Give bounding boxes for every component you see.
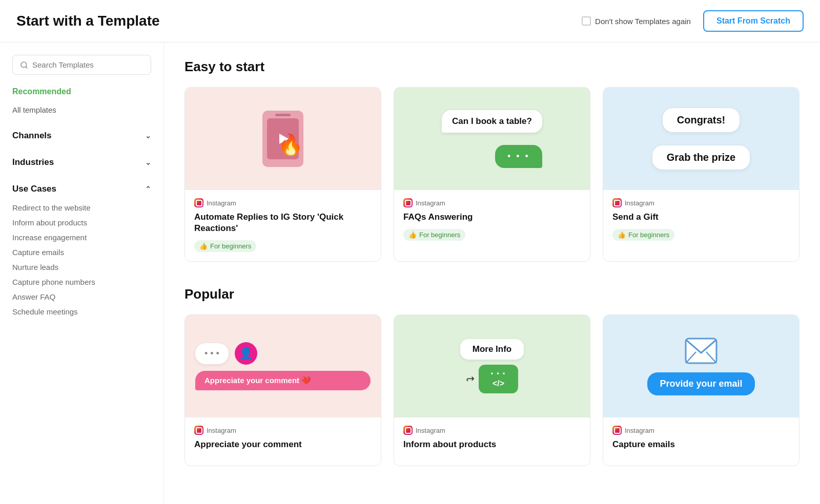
sidebar-usecases-section: Use Cases ⌃ Redirect to the website Info… bbox=[12, 181, 151, 319]
dots-bubble: • • • bbox=[195, 343, 229, 364]
instagram-icon-email bbox=[612, 426, 622, 435]
card-title-faqs: FAQs Answering bbox=[403, 212, 581, 223]
thumbs-up-icon: 👍 bbox=[199, 242, 208, 250]
main-layout: Recommended All templates Channels ⌄ Ind… bbox=[0, 43, 820, 504]
instagram-icon-appreciate bbox=[194, 426, 203, 435]
faq-question-bubble: Can I book a table? bbox=[442, 110, 542, 133]
avatar-circle: 👤 bbox=[235, 342, 257, 365]
instagram-icon-gift bbox=[612, 198, 622, 207]
grab-prize-bubble: Grab the prize bbox=[652, 145, 750, 170]
card-title-appreciate: Appreciate your comment bbox=[194, 439, 372, 450]
instagram-icon-more-info bbox=[403, 426, 413, 435]
card-automate-replies[interactable]: 🔥 Instagram Automate Replies to IG Story… bbox=[184, 87, 381, 262]
card-body-automate: Instagram Automate Replies to IG Story '… bbox=[185, 190, 381, 261]
svg-line-1 bbox=[26, 67, 27, 68]
search-box[interactable] bbox=[12, 55, 151, 75]
instagram-icon-faqs bbox=[403, 198, 413, 207]
chevron-up-icon-usecases: ⌃ bbox=[145, 185, 151, 193]
appreciate-bubble: Appreciate your comment ❤️ bbox=[195, 371, 371, 390]
more-info-bubble: More Info bbox=[460, 339, 524, 360]
fire-emoji: 🔥 bbox=[278, 133, 303, 157]
code-bubble: • • • </> bbox=[479, 365, 518, 393]
instagram-icon bbox=[194, 198, 203, 207]
card-email[interactable]: Provide your email Instagram Capture ema… bbox=[603, 314, 799, 466]
card-title-automate: Automate Replies to IG Story 'Quick Reac… bbox=[194, 212, 372, 234]
card-image-email: Provide your email bbox=[603, 315, 799, 417]
card-platform-automate: Instagram bbox=[194, 198, 372, 207]
sidebar-item-meetings[interactable]: Schedule meetings bbox=[12, 304, 151, 319]
use-cases-list: Redirect to the website Inform about pro… bbox=[12, 200, 151, 319]
sidebar-item-inform[interactable]: Inform about products bbox=[12, 215, 151, 230]
card-body-email: Instagram Capture emails bbox=[603, 417, 799, 466]
dont-show-checkbox[interactable] bbox=[582, 16, 591, 26]
card-send-gift[interactable]: Congrats! Grab the prize Instagram Send … bbox=[603, 87, 799, 262]
sidebar-usecases-header[interactable]: Use Cases ⌃ bbox=[12, 181, 151, 197]
chevron-down-icon: ⌄ bbox=[145, 132, 151, 140]
card-platform-gift: Instagram bbox=[612, 198, 790, 207]
card-platform-more-info: Instagram bbox=[403, 426, 581, 435]
thumbs-up-icon-faqs: 👍 bbox=[408, 231, 417, 239]
comment-row: • • • 👤 bbox=[195, 342, 371, 365]
sidebar-all-templates[interactable]: All templates bbox=[12, 102, 151, 117]
sidebar-channels-header[interactable]: Channels ⌄ bbox=[12, 128, 151, 144]
card-more-info[interactable]: More Info ↩ • • • </> Instagram bbox=[394, 314, 590, 466]
sidebar: Recommended All templates Channels ⌄ Ind… bbox=[0, 43, 164, 504]
card-image-more-info: More Info ↩ • • • </> bbox=[394, 315, 590, 417]
sidebar-industries-section: Industries ⌄ bbox=[12, 154, 151, 171]
badge-gift: 👍 For beginners bbox=[612, 229, 674, 241]
thumbs-up-icon-gift: 👍 bbox=[618, 231, 626, 239]
card-body-faqs: Instagram FAQs Answering 👍 For beginners bbox=[394, 190, 590, 250]
svg-rect-2 bbox=[686, 339, 716, 363]
envelope-icon bbox=[685, 338, 717, 364]
header-actions: Don't show Templates again Start From Sc… bbox=[582, 10, 804, 32]
card-platform-faqs: Instagram bbox=[403, 198, 581, 207]
card-platform-email: Instagram bbox=[612, 426, 790, 435]
card-body-gift: Instagram Send a Gift 👍 For beginners bbox=[603, 190, 799, 250]
sidebar-item-emails[interactable]: Capture emails bbox=[12, 245, 151, 260]
card-body-appreciate: Instagram Appreciate your comment bbox=[185, 417, 381, 466]
popular-section-title: Popular bbox=[184, 286, 799, 302]
card-image-automate: 🔥 bbox=[185, 88, 381, 190]
arrow-icon: ↩ bbox=[466, 373, 475, 385]
chevron-down-icon-industries: ⌄ bbox=[145, 158, 151, 166]
badge-faqs: 👍 For beginners bbox=[403, 229, 465, 241]
page-title: Start with a Template bbox=[16, 13, 160, 29]
card-title-more-info: Inform about products bbox=[403, 439, 581, 450]
card-image-gift: Congrats! Grab the prize bbox=[603, 88, 799, 190]
easy-section-title: Easy to start bbox=[184, 59, 799, 75]
sidebar-item-leads[interactable]: Nurture leads bbox=[12, 260, 151, 275]
dont-show-label[interactable]: Don't show Templates again bbox=[582, 16, 691, 26]
card-image-faqs: Can I book a table? • • • bbox=[394, 88, 590, 190]
popular-cards-row: • • • 👤 Appreciate your comment ❤️ Insta… bbox=[184, 314, 799, 466]
start-scratch-button[interactable]: Start From Scratch bbox=[703, 10, 804, 32]
sidebar-item-phone[interactable]: Capture phone numbers bbox=[12, 275, 151, 289]
sidebar-item-redirect[interactable]: Redirect to the website bbox=[12, 200, 151, 215]
faq-dots-bubble: • • • bbox=[495, 145, 542, 168]
card-faqs[interactable]: Can I book a table? • • • Instagram FAQs… bbox=[394, 87, 590, 262]
sidebar-industries-header[interactable]: Industries ⌄ bbox=[12, 154, 151, 171]
sidebar-item-faq[interactable]: Answer FAQ bbox=[12, 289, 151, 304]
badge-automate: 👍 For beginners bbox=[194, 240, 256, 252]
content-area: Easy to start 🔥 bbox=[164, 43, 820, 504]
easy-cards-row: 🔥 Instagram Automate Replies to IG Story… bbox=[184, 87, 799, 262]
card-title-email: Capture emails bbox=[612, 439, 790, 450]
provide-email-bubble: Provide your email bbox=[647, 372, 754, 395]
search-input[interactable] bbox=[32, 60, 144, 69]
sidebar-item-engagement[interactable]: Increase engagement bbox=[12, 230, 151, 245]
user-icon: 👤 bbox=[239, 347, 253, 360]
search-icon bbox=[20, 61, 28, 69]
congrats-bubble: Congrats! bbox=[663, 108, 740, 132]
card-platform-appreciate: Instagram bbox=[194, 426, 372, 435]
sidebar-recommended[interactable]: Recommended bbox=[12, 87, 151, 96]
card-image-appreciate: • • • 👤 Appreciate your comment ❤️ bbox=[185, 315, 381, 417]
page-header: Start with a Template Don't show Templat… bbox=[0, 0, 820, 43]
card-title-gift: Send a Gift bbox=[612, 212, 790, 223]
card-appreciate[interactable]: • • • 👤 Appreciate your comment ❤️ Insta… bbox=[184, 314, 381, 466]
sidebar-channels-section: Channels ⌄ bbox=[12, 128, 151, 144]
card-body-more-info: Instagram Inform about products bbox=[394, 417, 590, 466]
